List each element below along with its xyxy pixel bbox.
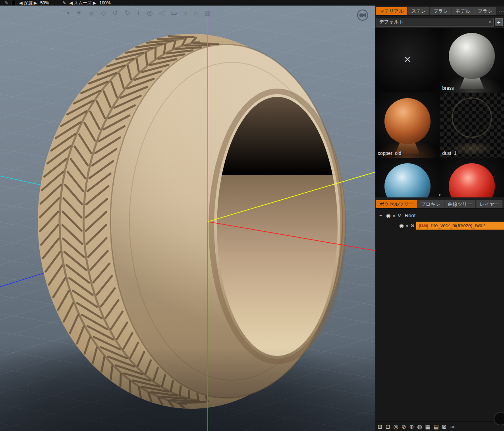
item-name: tire_ver2_hi(freeze)_lwo2 <box>431 223 485 228</box>
tree-node-label[interactable]: Root <box>405 213 415 218</box>
material-blue[interactable] <box>375 158 440 197</box>
smooth-control[interactable]: ◀ スムーズ ▶ <box>70 0 97 6</box>
brush-pen-icon[interactable]: ✎ <box>5 0 8 6</box>
preset-value: デフォルト <box>379 19 404 25</box>
app-window: ✎ ◀ 深度 ▶ 50% ✎ ◀ スムーズ ▶ 100% <box>0 0 504 431</box>
material-none[interactable]: × <box>375 28 440 93</box>
sphere-tool-icon[interactable]: ◎ <box>393 423 398 430</box>
frame-icon[interactable]: ▭ <box>171 9 177 17</box>
camera-icon <box>356 9 369 21</box>
merge-icon[interactable]: ⊕ <box>409 423 414 430</box>
material-preset-dropdown[interactable]: デフォルト ▾ <box>377 18 494 27</box>
depth-control[interactable]: ◀ 深度 ▶ <box>19 0 37 6</box>
delete-icon[interactable]: ⊠ <box>442 423 447 430</box>
scroll-down-arrow[interactable]: ▾ <box>375 193 504 198</box>
right-panel: マテリアル ステン ブラシ モデル ブラシ ⋯ デフォルト ▾ + × bras… <box>375 6 504 431</box>
tab-voxel-tree[interactable]: ボクセルツリー <box>376 200 417 208</box>
shader-ball-icon[interactable]: ● <box>406 222 409 228</box>
rotate-ccw-icon[interactable]: ↺ <box>112 9 118 17</box>
material-brass[interactable]: brass <box>440 28 504 93</box>
smooth-value[interactable]: 100% <box>99 0 110 5</box>
camera-button[interactable] <box>356 9 369 21</box>
collapse-toggle[interactable]: − <box>379 213 384 218</box>
depth-value[interactable]: 50% <box>40 0 49 5</box>
dust-ring <box>452 97 492 138</box>
more-tabs-icon[interactable]: ⋯ <box>496 7 504 15</box>
voxel-tree: − ◉ ● V Root ◉ ● S [0.6] tire_ver2_hi(fr… <box>375 209 504 422</box>
duplicate-icon[interactable]: ⊡ <box>386 423 390 430</box>
tab-model[interactable]: モデル <box>452 7 474 15</box>
material-label: brass <box>442 85 454 91</box>
material-label: copper_old <box>378 151 401 156</box>
hide-volume-icon[interactable]: ⊘ <box>402 423 406 430</box>
mode-letter[interactable]: V <box>398 213 401 218</box>
material-sphere <box>449 163 495 197</box>
voxtree-toolbar: ⊞⊡◎⊘⊕◍▦▤⊠⇥ <box>375 421 504 431</box>
tab-curve-tree[interactable]: 曲線ツリー <box>444 200 476 208</box>
smooth-pen-icon[interactable]: ✎ <box>62 0 66 6</box>
material-icon[interactable]: ◇ <box>101 9 106 17</box>
rotate-cw-icon[interactable]: ↻ <box>124 9 130 17</box>
shader-icon[interactable]: ◍ <box>417 423 422 430</box>
tree-row-tire[interactable]: ◉ ● S [0.6] tire_ver2_hi(freeze)_lwo2 <box>375 220 504 230</box>
material-preset-row: デフォルト ▾ + <box>375 16 504 27</box>
grid-tool-icon[interactable]: ▦ <box>425 423 430 430</box>
tab-stencil[interactable]: ステン <box>407 7 429 15</box>
add-volume-icon[interactable]: ⊞ <box>378 423 382 430</box>
material-grid: × brass copper_old dust_1 <box>375 28 504 197</box>
material-tab-bar: マテリアル ステン ブラシ モデル ブラシ ⋯ <box>375 7 504 15</box>
material-sphere <box>384 163 431 197</box>
tree-tab-bar: ボクセルツリー プロキシ 曲線ツリー レイヤー <box>375 200 504 209</box>
tab-material[interactable]: マテリアル <box>376 7 407 15</box>
dust-blob <box>450 142 494 155</box>
material-sphere <box>449 33 495 79</box>
add-material-button[interactable]: + <box>495 18 503 26</box>
top-toolbar: ✎ ◀ 深度 ▶ 50% ✎ ◀ スムーズ ▶ 100% <box>0 0 504 6</box>
no-material-icon: × <box>404 52 411 67</box>
material-dust-1[interactable]: dust_1 <box>440 93 504 158</box>
tree-row-root[interactable]: − ◉ ● V Root <box>375 211 504 220</box>
shader-ball-icon[interactable]: ● <box>392 213 396 218</box>
light-icon[interactable]: ☀ <box>76 9 82 17</box>
corner-widget[interactable] <box>494 412 504 425</box>
material-label: dust_1 <box>442 151 457 156</box>
viewport-canvas[interactable] <box>0 6 375 431</box>
export-icon[interactable]: ⇥ <box>450 423 455 430</box>
home-view-icon[interactable]: ⌂ <box>194 9 198 17</box>
item-density-value: [0.6] <box>419 223 429 228</box>
floor-darken <box>0 347 375 431</box>
shading-icon[interactable]: ◑ <box>66 9 70 17</box>
visibility-icon[interactable]: ◉ <box>386 213 390 218</box>
selected-tree-item[interactable]: [0.6] tire_ver2_hi(freeze)_lwo2 <box>416 222 504 230</box>
material-red[interactable] <box>440 158 504 197</box>
tab-brush-2[interactable]: ブラシ <box>474 7 496 15</box>
select-icon[interactable]: ◁ <box>159 9 164 17</box>
grid-toggle-icon[interactable]: ▦ <box>204 9 210 17</box>
visibility-icon[interactable]: ◉ <box>399 222 404 228</box>
material-copper-old[interactable]: copper_old <box>375 93 440 158</box>
brush-alpha-swatch[interactable] <box>12 1 16 5</box>
mode-letter[interactable]: S <box>411 222 414 228</box>
circle-select-icon[interactable]: ○ <box>183 9 187 17</box>
chevron-down-icon: ▾ <box>489 20 491 24</box>
viewport-3d[interactable]: ◑☀☼◇↺↻+◎◁▭○⌂▦ <box>0 6 375 431</box>
tab-layers[interactable]: レイヤー <box>476 200 502 208</box>
material-sphere <box>384 98 431 144</box>
zoom-icon[interactable]: ◎ <box>147 9 153 17</box>
tab-proxy[interactable]: プロキシ <box>417 200 444 208</box>
tab-brush[interactable]: ブラシ <box>430 7 452 15</box>
viewport-toolbar: ◑☀☼◇↺↻+◎◁▭○⌂▦ <box>66 9 210 17</box>
pan-icon[interactable]: + <box>137 9 141 17</box>
brightness-icon[interactable]: ☼ <box>89 9 95 17</box>
list-icon[interactable]: ▤ <box>434 423 439 430</box>
